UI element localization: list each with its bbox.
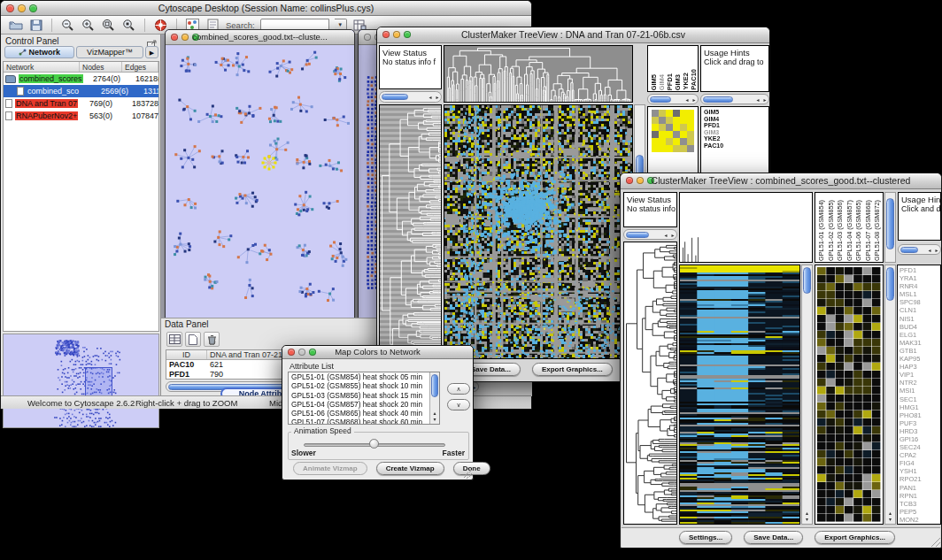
column-label[interactable]: GPL51-02 (GSM855)	[827, 200, 837, 261]
network-table-header[interactable]: Network Nodes Edges	[4, 62, 158, 73]
column-label[interactable]: GPL51-07 (GSM868)	[864, 200, 874, 261]
tv2-column-dendrogram[interactable]	[679, 192, 813, 263]
treeview-button[interactable]: Save Data...	[744, 531, 803, 544]
tv1-summary-hscrollbar[interactable]: ◂ ▸	[647, 94, 699, 104]
tv2-row-dendrogram[interactable]	[623, 242, 677, 525]
gene-label[interactable]: HRD3	[900, 427, 940, 435]
column-label[interactable]: GPL51-01 (GSM854)	[817, 200, 827, 261]
attribute-item[interactable]: GPL51-04 (GSM857) heat shock 20 min	[289, 400, 439, 409]
close-button[interactable]	[364, 34, 371, 41]
scrollbar-thumb[interactable]	[900, 247, 918, 253]
column-label[interactable]: GIM3	[674, 74, 682, 90]
move-down-button[interactable]: ∨	[447, 399, 470, 410]
attribute-item[interactable]: GPL51-02 (GSM855) heat shock 10 min	[289, 381, 439, 390]
gene-label[interactable]: MON2	[900, 516, 940, 524]
attribute-item[interactable]: GPL51-01 (GSM854) heat shock 05 min	[289, 372, 439, 381]
delete-attribute-icon[interactable]	[204, 332, 220, 347]
network-row[interactable]: DNA and Tran 07 769(0) 183728(0)	[4, 97, 158, 110]
resize-grip[interactable]	[463, 470, 472, 479]
scrollbar-thumb[interactable]	[703, 96, 733, 103]
scrollbar-thumb[interactable]	[886, 267, 894, 301]
tv1-column-dendrogram[interactable]	[444, 45, 633, 103]
network1-titlebar[interactable]: combined_scores_good.txt--cluste...	[166, 30, 354, 45]
tv1-column-dendrogram-canvas[interactable]	[444, 46, 632, 102]
column-label[interactable]: GPL51-06 (GSM865)	[854, 200, 864, 261]
attrlist-vscrollbar[interactable]: ▴▾	[429, 372, 439, 424]
scroll-right-icon[interactable]: ▸	[691, 96, 698, 103]
tab-network[interactable]: Network	[4, 46, 74, 58]
tv2-cluster-heatmap-canvas[interactable]	[815, 265, 883, 524]
gene-label[interactable]: RPN1	[900, 492, 940, 500]
tv1-titlebar[interactable]: ClusterMaker TreeView : DNA and Tran 07-…	[377, 27, 769, 43]
col-edges[interactable]: Edges	[122, 62, 158, 72]
gene-label[interactable]: NTR2	[900, 379, 940, 387]
gene-label[interactable]: SPC98	[900, 298, 940, 306]
scrollbar-thumb[interactable]	[650, 96, 671, 103]
close-button[interactable]	[6, 4, 14, 12]
zoom-out-icon[interactable]	[60, 18, 75, 32]
col-id[interactable]: ID	[166, 350, 207, 359]
scroll-left-icon[interactable]: ◂	[662, 232, 669, 238]
gene-label[interactable]: ELG1	[900, 331, 940, 339]
zoom-in-icon[interactable]	[81, 18, 96, 32]
gene-label[interactable]: YRA1	[900, 274, 940, 282]
gene-label[interactable]: CLN1	[900, 306, 940, 314]
close-button[interactable]	[171, 34, 178, 41]
tv2-genelist-vscrollbar[interactable]: ▴▾	[884, 265, 896, 525]
gene-label[interactable]: TCB3	[900, 500, 940, 508]
dialog-button[interactable]: Animate Vizmap	[293, 462, 367, 475]
tv1-status-hscrollbar[interactable]: ◂ ▸	[379, 91, 442, 103]
scroll-down-icon[interactable]: ▾	[889, 517, 892, 522]
scroll-left-icon[interactable]: ◂	[754, 96, 761, 103]
gene-label[interactable]: PFD1	[900, 266, 940, 274]
column-label[interactable]: PFD1	[666, 73, 674, 90]
scroll-left-icon[interactable]: ◂	[683, 96, 691, 103]
tv2-column-dendrogram-canvas[interactable]	[680, 193, 812, 262]
col-nodes[interactable]: Nodes	[80, 62, 122, 72]
tv1-row-dendrogram[interactable]	[379, 104, 442, 380]
close-button[interactable]	[288, 349, 295, 356]
gene-label[interactable]: VIP1	[900, 371, 940, 379]
scrollbar-thumb[interactable]	[803, 267, 811, 294]
scroll-left-icon[interactable]: ◂	[427, 94, 434, 100]
tv2-heatmap[interactable]	[679, 265, 800, 525]
network-overview-panel[interactable]	[3, 334, 159, 428]
gene-label[interactable]: PUF3	[900, 419, 940, 427]
gene-label[interactable]: SEC24	[900, 443, 940, 451]
gene-label[interactable]: PAN1	[900, 484, 940, 492]
scroll-up-icon[interactable]: ▴	[433, 410, 436, 416]
scrollbar-thumb[interactable]	[382, 94, 408, 100]
gene-label[interactable]: GPI16	[900, 435, 940, 443]
tv1-summary-heatmap[interactable]	[652, 110, 694, 152]
row-label[interactable]: GIM4	[704, 116, 768, 123]
tv2-row-dendrogram-canvas[interactable]	[624, 242, 676, 524]
scroll-right-icon[interactable]: ▸	[669, 232, 676, 238]
gene-label[interactable]: FIG4	[900, 459, 940, 467]
column-label[interactable]: GPL51-03 (GSM856)	[836, 200, 845, 261]
row-label[interactable]: GIM5	[704, 109, 768, 116]
row-label[interactable]: PFD1	[704, 122, 768, 129]
scrollbar-thumb[interactable]	[626, 232, 649, 238]
tv1-heatmap[interactable]	[444, 104, 633, 359]
close-button[interactable]	[626, 177, 633, 184]
more-tabs-button[interactable]: ▶	[145, 46, 158, 58]
zoom-fit-icon[interactable]	[101, 18, 116, 32]
open-session-icon[interactable]	[8, 18, 23, 32]
dialog-titlebar[interactable]: Map Colors to Network	[282, 346, 473, 359]
scroll-up-icon[interactable]: ▴	[889, 510, 892, 516]
scroll-arrows[interactable]: ▴▾	[802, 510, 812, 523]
zoom-selected-icon[interactable]	[121, 18, 136, 32]
column-label[interactable]: GIM4	[658, 74, 666, 90]
tv2-hints-hscrollbar[interactable]: ◂ ▸	[898, 244, 941, 255]
gene-label[interactable]: CPA2	[900, 451, 940, 459]
gene-label[interactable]: PHO81	[900, 411, 940, 419]
scrollbar-thumb[interactable]	[886, 198, 894, 249]
gene-label[interactable]: HAP3	[900, 363, 940, 371]
network-row[interactable]: combined_scores 2764(0) 16218(0)	[4, 73, 158, 85]
close-button[interactable]	[382, 31, 390, 38]
attribute-item[interactable]: GPL51-07 (GSM868) heat shock 60 min	[289, 418, 439, 425]
column-label[interactable]: PAC10	[690, 69, 698, 90]
scroll-arrows[interactable]: ▴▾	[430, 410, 439, 423]
column-label[interactable]: GPL51-08 (GSM872)	[873, 200, 883, 261]
attribute-item[interactable]: GPL51-03 (GSM856) heat shock 15 min	[289, 391, 439, 400]
